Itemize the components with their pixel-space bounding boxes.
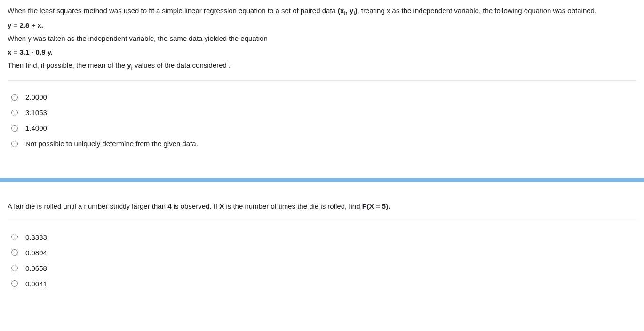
q2-option-label[interactable]: 0.0804 [25, 249, 47, 257]
q1-l1-a: When the least squares method was used t… [8, 7, 338, 15]
q1-line3: When y was taken as the independent vari… [8, 33, 636, 44]
q2-option-1[interactable]: 0.3333 [11, 229, 636, 245]
q1-l1-paren: (xi, yi) [338, 7, 357, 15]
q1-line1: When the least squares method was used t… [8, 6, 636, 17]
q1-option-label[interactable]: Not possible to uniquely determine from … [25, 140, 198, 148]
q1-option-label[interactable]: 1.4000 [25, 124, 47, 132]
question-1-text: When the least squares method was used t… [8, 6, 636, 72]
q1-l1-e: , treating x as the independent variable… [357, 7, 596, 15]
q2-radio-4[interactable] [11, 280, 18, 287]
q2-options: 0.3333 0.0804 0.0658 0.0041 [8, 226, 636, 292]
q2-option-2[interactable]: 0.0804 [11, 245, 636, 260]
q2-option-label[interactable]: 0.3333 [25, 233, 47, 241]
q1-option-3[interactable]: 1.4000 [11, 120, 636, 136]
q2-option-3[interactable]: 0.0658 [11, 260, 636, 276]
q2-radio-1[interactable] [11, 234, 18, 240]
q2-radio-2[interactable] [11, 249, 18, 256]
question-1: When the least squares method was used t… [0, 0, 644, 163]
q1-eq1: y = 2.8 + x. [8, 20, 636, 31]
q1-radio-3[interactable] [11, 125, 18, 132]
q1-radio-1[interactable] [11, 94, 18, 101]
q1-option-label[interactable]: 3.1053 [25, 109, 47, 117]
q2-radio-3[interactable] [11, 265, 18, 271]
q1-option-label[interactable]: 2.0000 [25, 93, 47, 101]
q2-line1: A fair die is rolled until a number stri… [8, 201, 636, 212]
q1-option-2[interactable]: 3.1053 [11, 105, 636, 120]
q1-option-4[interactable]: Not possible to uniquely determine from … [11, 136, 636, 151]
q1-eq2: x = 3.1 - 0.9 y. [8, 47, 636, 58]
divider-light [8, 80, 636, 81]
q1-line5: Then find, if possible, the mean of the … [8, 60, 636, 72]
q2-option-label[interactable]: 0.0658 [25, 264, 47, 272]
q1-option-1[interactable]: 2.0000 [11, 89, 636, 105]
q1-options: 2.0000 3.1053 1.4000 Not possible to uni… [8, 86, 636, 151]
q2-option-label[interactable]: 0.0041 [25, 280, 47, 288]
question-2-text: A fair die is rolled until a number stri… [8, 201, 636, 212]
divider-light [8, 221, 636, 221]
q2-option-4[interactable]: 0.0041 [11, 276, 636, 292]
question-2: A fair die is rolled until a number stri… [0, 196, 644, 303]
section-divider-bar [0, 178, 644, 182]
q1-radio-4[interactable] [11, 141, 18, 147]
q1-radio-2[interactable] [11, 110, 18, 116]
